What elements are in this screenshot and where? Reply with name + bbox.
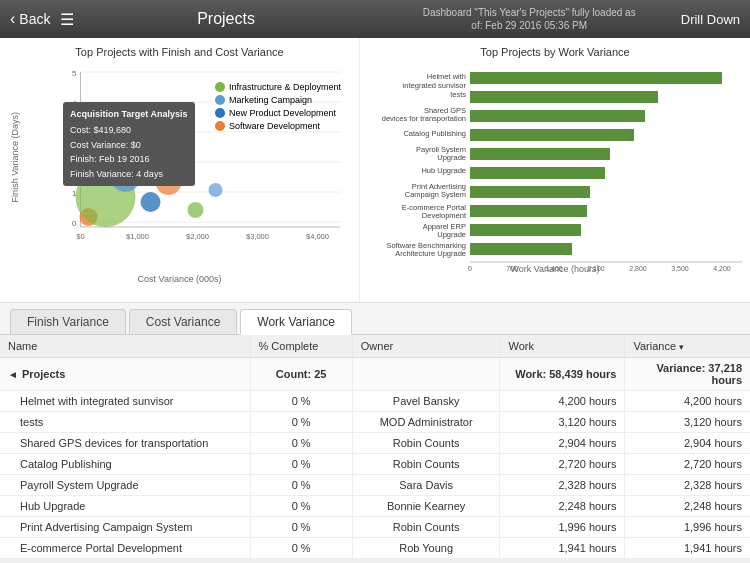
- col-header-name[interactable]: Name: [0, 335, 250, 358]
- svg-rect-35: [470, 129, 634, 141]
- row-variance: 2,904 hours: [625, 433, 750, 454]
- tooltip-cost: Cost: $419,680: [70, 123, 188, 137]
- row-pct: 0 %: [250, 517, 352, 538]
- row-name: Payroll System Upgrade: [0, 475, 250, 496]
- page-title: Projects: [74, 10, 377, 28]
- group-collapse-icon[interactable]: ◄: [8, 369, 18, 380]
- table-area: Finish Variance Cost Variance Work Varia…: [0, 303, 750, 559]
- bubble-chart-container: Finish Variance (Days) 5 4 3 2 1: [8, 62, 351, 272]
- svg-text:$4,000: $4,000: [306, 232, 329, 241]
- table-row: Print Advertising Campaign System 0 % Ro…: [0, 517, 750, 538]
- svg-text:tests: tests: [450, 90, 466, 99]
- svg-text:700: 700: [506, 265, 518, 272]
- svg-rect-43: [470, 186, 590, 198]
- svg-text:2,100: 2,100: [587, 265, 605, 272]
- row-work: 3,120 hours: [500, 412, 625, 433]
- group-row: ◄Projects Count: 25 Work: 58,439 hours V…: [0, 358, 750, 391]
- row-owner: Robin Counts: [352, 454, 500, 475]
- svg-text:Catalog Publishing: Catalog Publishing: [403, 129, 466, 138]
- row-name: Helmet with integrated sunvisor: [0, 391, 250, 412]
- tab-work-variance[interactable]: Work Variance: [240, 309, 352, 335]
- row-work: 4,200 hours: [500, 391, 625, 412]
- table-row: Payroll System Upgrade 0 % Sara Davis 2,…: [0, 475, 750, 496]
- tab-finish-variance[interactable]: Finish Variance: [10, 309, 126, 334]
- row-owner: Robin Counts: [352, 433, 500, 454]
- svg-rect-40: [470, 167, 605, 179]
- bar-chart-title: Top Projects by Work Variance: [368, 46, 742, 58]
- col-header-owner[interactable]: Owner: [352, 335, 500, 358]
- legend-label-marketing: Marketing Campaign: [229, 95, 312, 105]
- row-name: Print Advertising Campaign System: [0, 517, 250, 538]
- bubble-tooltip: Acquisition Target Analysis Cost: $419,6…: [63, 102, 195, 186]
- row-variance: 2,328 hours: [625, 475, 750, 496]
- legend-dot-software: [215, 121, 225, 131]
- svg-text:Hub Upgrade: Hub Upgrade: [421, 166, 466, 175]
- back-label: Back: [19, 11, 50, 27]
- svg-point-25: [209, 183, 223, 197]
- svg-text:devices for transportation: devices for transportation: [382, 114, 466, 123]
- dashboard-status: Dashboard "This Year's Projects" fully l…: [378, 6, 681, 32]
- row-variance: 2,720 hours: [625, 454, 750, 475]
- bubble-chart-panel: Top Projects with Finish and Cost Varian…: [0, 38, 360, 302]
- svg-point-24: [188, 202, 204, 218]
- menu-icon[interactable]: ☰: [60, 10, 74, 29]
- row-variance: 1,996 hours: [625, 517, 750, 538]
- svg-text:Campaign System: Campaign System: [405, 190, 466, 199]
- svg-text:3,500: 3,500: [671, 265, 689, 272]
- row-variance: 2,248 hours: [625, 496, 750, 517]
- group-variance: Variance: 37,218 hours: [625, 358, 750, 391]
- row-owner: MOD Administrator: [352, 412, 500, 433]
- svg-point-22: [141, 192, 161, 212]
- legend-item-newprod: New Product Development: [215, 108, 341, 118]
- row-name: E-commerce Portal Development: [0, 538, 250, 559]
- col-header-work[interactable]: Work: [500, 335, 625, 358]
- row-owner: Rob Young: [352, 538, 500, 559]
- legend-dot-newprod: [215, 108, 225, 118]
- row-name: tests: [0, 412, 250, 433]
- svg-text:5: 5: [72, 69, 77, 78]
- row-work: 2,904 hours: [500, 433, 625, 454]
- row-variance: 4,200 hours: [625, 391, 750, 412]
- header: ‹ Back ☰ Projects Dashboard "This Year's…: [0, 0, 750, 38]
- row-name: Catalog Publishing: [0, 454, 250, 475]
- legend-item-marketing: Marketing Campaign: [215, 95, 341, 105]
- svg-text:Architecture Upgrade: Architecture Upgrade: [395, 249, 466, 258]
- tooltip-name: Acquisition Target Analysis: [70, 107, 188, 121]
- back-button[interactable]: ‹ Back: [10, 10, 50, 28]
- col-header-variance[interactable]: Variance ▾: [625, 335, 750, 358]
- row-owner: Sara Davis: [352, 475, 500, 496]
- table-header-row: Name % Complete Owner Work Variance ▾: [0, 335, 750, 358]
- svg-text:Helmet with: Helmet with: [427, 72, 466, 81]
- row-work: 2,720 hours: [500, 454, 625, 475]
- tab-bar: Finish Variance Cost Variance Work Varia…: [0, 303, 750, 335]
- drilldown-button[interactable]: Drill Down: [681, 12, 740, 27]
- legend-dot-marketing: [215, 95, 225, 105]
- data-table: Name % Complete Owner Work Variance ▾ ◄P…: [0, 335, 750, 559]
- svg-text:$0: $0: [76, 232, 84, 241]
- col-header-pct[interactable]: % Complete: [250, 335, 352, 358]
- row-owner: Robin Counts: [352, 517, 500, 538]
- table-row: E-commerce Portal Development 0 % Rob Yo…: [0, 538, 750, 559]
- legend-label-infra: Infrastructure & Deployment: [229, 82, 341, 92]
- svg-text:$2,000: $2,000: [186, 232, 209, 241]
- row-owner: Bonnie Kearney: [352, 496, 500, 517]
- group-owner-empty: [352, 358, 500, 391]
- group-work: Work: 58,439 hours: [500, 358, 625, 391]
- row-pct: 0 %: [250, 496, 352, 517]
- row-pct: 0 %: [250, 433, 352, 454]
- tab-cost-variance[interactable]: Cost Variance: [129, 309, 237, 334]
- row-pct: 0 %: [250, 391, 352, 412]
- sort-arrow-icon: ▾: [679, 342, 684, 352]
- svg-text:4,200: 4,200: [713, 265, 731, 272]
- svg-text:0: 0: [72, 219, 77, 228]
- legend-label-software: Software Development: [229, 121, 320, 131]
- svg-text:1,400: 1,400: [545, 265, 563, 272]
- svg-rect-30: [470, 91, 658, 103]
- row-pct: 0 %: [250, 412, 352, 433]
- legend-label-newprod: New Product Development: [229, 108, 336, 118]
- x-axis-label: Cost Variance (000s): [8, 274, 351, 284]
- group-name: ◄Projects: [0, 358, 250, 391]
- svg-rect-46: [470, 205, 587, 217]
- tooltip-finish-variance: Finish Variance: 4 days: [70, 167, 188, 181]
- row-work: 2,328 hours: [500, 475, 625, 496]
